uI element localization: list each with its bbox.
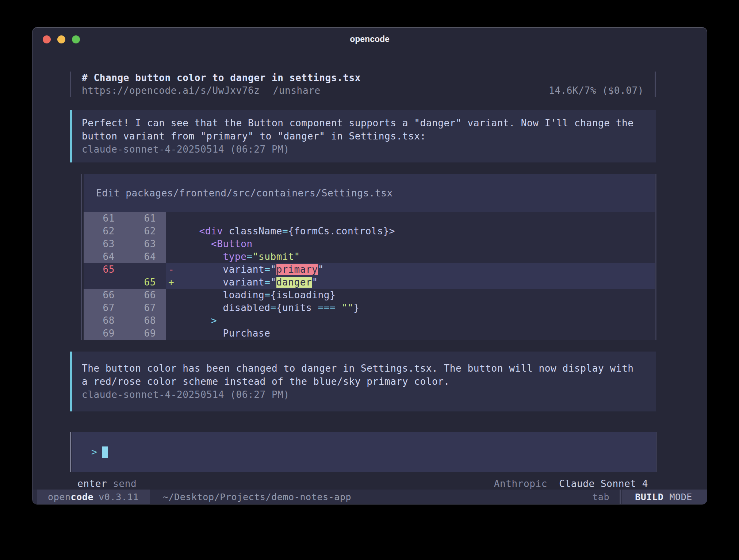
assistant-message-2: The button color has been changed to dan…	[70, 352, 656, 411]
brand-open: open	[48, 492, 71, 502]
message-meta: claude-sonnet-4-20250514 (06:27 PM)	[82, 388, 656, 401]
edit-left-border	[81, 174, 82, 340]
diff-row: 6464 type="submit"	[84, 250, 655, 263]
prompt-input[interactable]: >	[72, 432, 656, 472]
edit-file-title: Edit packages/frontend/src/containers/Se…	[84, 174, 655, 212]
diff-row: 6868 >	[84, 314, 655, 327]
unshare-command: /unshare	[273, 84, 321, 97]
diff-row: 6767 disabled={units === ""}	[84, 302, 655, 314]
send-hint-label: send	[113, 478, 137, 490]
message-meta: claude-sonnet-4-20250514 (06:27 PM)	[82, 143, 656, 156]
text-cursor	[102, 446, 108, 458]
app-version: v0.3.11	[99, 492, 139, 502]
diff-row: 65- variant="primary"	[84, 263, 655, 276]
brand-code: code	[71, 492, 94, 502]
working-directory: ~/Desktop/Projects/demo-notes-app	[150, 490, 352, 504]
message-text: button variant from "primary" to "danger…	[82, 130, 656, 143]
enter-key-hint: enter	[77, 478, 107, 490]
diff-row: 65+ variant="danger"	[84, 276, 655, 289]
input-scrollbar[interactable]	[656, 432, 657, 472]
share-url: https://opencode.ai/s/UwJxv76z	[82, 84, 260, 97]
message-text: Perfect! I can see that the Button compo…	[82, 116, 656, 130]
prompt-symbol: >	[91, 446, 97, 457]
titlebar: opencode	[32, 27, 707, 51]
input-left-border	[70, 432, 71, 472]
assistant-message-1: Perfect! I can see that the Button compo…	[70, 110, 656, 162]
diff-row: 6262 <div className={formCs.controls}>	[84, 225, 655, 238]
diff-row: 6969 Purchase	[84, 327, 655, 340]
app-version-segment: opencode v0.3.11	[37, 490, 150, 504]
prompt-input-row: >	[70, 432, 657, 472]
mode-build-label: BUILD	[635, 492, 663, 502]
edit-tool-block: Edit packages/frontend/src/containers/Se…	[81, 174, 707, 340]
mode-label: MODE	[669, 492, 692, 502]
token-usage: 14.6K/7% ($0.07)	[549, 84, 644, 97]
diff-row: 6161	[84, 212, 655, 225]
tab-key-hint: tab	[592, 490, 620, 504]
message-text: a red/rose color scheme instead of the b…	[82, 375, 656, 388]
app-window: opencode # Change button color to danger…	[32, 27, 707, 505]
message-text: The button color has been changed to dan…	[82, 362, 656, 375]
diff-row: 6666 loading={isLoading}	[84, 289, 655, 302]
session-header: # Change button color to danger in setti…	[70, 72, 656, 97]
status-bar: opencode v0.3.11 ~/Desktop/Projects/demo…	[32, 490, 707, 504]
statusbar-divider	[620, 490, 621, 504]
diff-row: 6363 <Button	[84, 238, 655, 250]
window-title: opencode	[32, 27, 707, 51]
mode-toggle[interactable]: BUILD MODE	[622, 490, 707, 504]
diff-rows: 61616262 <div className={formCs.controls…	[84, 212, 655, 340]
hint-bar: enter send Anthropic Claude Sonnet 4	[70, 478, 656, 490]
edit-scrollbar[interactable]	[655, 174, 656, 340]
session-title: # Change button color to danger in setti…	[82, 72, 644, 84]
model-name: Claude Sonnet 4	[559, 478, 648, 489]
provider-name: Anthropic	[494, 478, 547, 489]
